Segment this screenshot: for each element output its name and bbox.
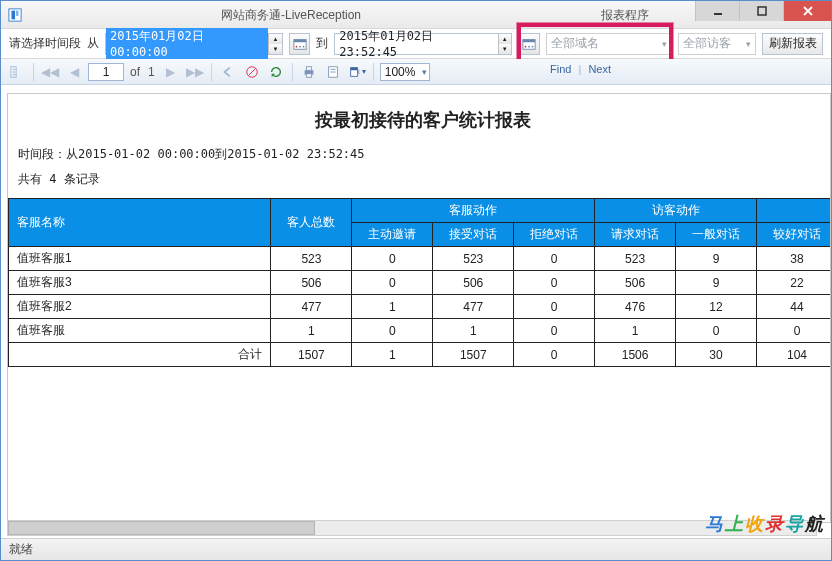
cell-invite: 0 bbox=[352, 271, 433, 295]
cell-good: 38 bbox=[757, 247, 832, 271]
refresh-icon[interactable] bbox=[266, 62, 286, 82]
visitor-select[interactable]: 全部访客 ▾ bbox=[678, 33, 756, 55]
cell-name: 值班客服1 bbox=[9, 247, 271, 271]
col-normal: 一般对话 bbox=[676, 223, 757, 247]
cell-request: 476 bbox=[595, 295, 676, 319]
titlebar: 网站商务通-LiveReception 报表程序 bbox=[1, 1, 831, 29]
col-request: 请求对话 bbox=[595, 223, 676, 247]
window-controls bbox=[695, 1, 831, 21]
chevron-down-icon: ▾ bbox=[662, 39, 667, 49]
cell-normal: 9 bbox=[676, 247, 757, 271]
date-from-value[interactable]: 2015年01月02日 00:00:00 bbox=[106, 28, 268, 59]
cell-good: 0 bbox=[757, 319, 832, 343]
next-page-button[interactable]: ▶ bbox=[161, 62, 181, 82]
app-icon bbox=[1, 1, 29, 29]
table-row: 值班客服2477147704761244 bbox=[9, 295, 832, 319]
page-setup-button[interactable] bbox=[323, 62, 343, 82]
back-button[interactable] bbox=[218, 62, 238, 82]
cell-good: 44 bbox=[757, 295, 832, 319]
find-link[interactable]: Find bbox=[550, 63, 571, 75]
export-button[interactable]: ▾ bbox=[347, 62, 367, 82]
cell-request: 1 bbox=[595, 319, 676, 343]
report-count: 共有 4 条记录 bbox=[8, 167, 831, 192]
report-page[interactable]: 按最初接待的客户统计报表 时间段：从2015-01-02 00:00:00到20… bbox=[7, 93, 831, 523]
date-to-field[interactable]: 2015年01月02日 23:52:45 ▲▼ bbox=[334, 33, 512, 55]
domain-select[interactable]: 全部域名 ▾ bbox=[546, 33, 673, 55]
scrollbar-thumb[interactable] bbox=[8, 521, 315, 535]
svg-line-22 bbox=[248, 68, 255, 75]
cell-invite: 0 bbox=[352, 319, 433, 343]
prev-page-button[interactable]: ◀ bbox=[64, 62, 84, 82]
calendar-to-button[interactable] bbox=[518, 33, 539, 55]
svg-rect-1 bbox=[12, 10, 16, 19]
stop-button[interactable] bbox=[242, 62, 262, 82]
first-page-button[interactable]: ◀◀ bbox=[40, 62, 60, 82]
svg-rect-13 bbox=[523, 39, 535, 42]
filter-bar: 请选择时间段 从 2015年01月02日 00:00:00 ▲▼ 到 2015年… bbox=[1, 29, 831, 59]
table-row: 值班客服350605060506922 bbox=[9, 271, 832, 295]
cell-accept: 506 bbox=[433, 271, 514, 295]
last-page-button[interactable]: ▶▶ bbox=[185, 62, 205, 82]
svg-point-14 bbox=[524, 45, 526, 47]
cell-normal: 0 bbox=[676, 319, 757, 343]
table-row: 值班客服1010100 bbox=[9, 319, 832, 343]
cell-good: 22 bbox=[757, 271, 832, 295]
cell-total: 523 bbox=[271, 247, 352, 271]
table-total-row: 合计1507115070150630104 bbox=[9, 343, 832, 367]
cell-reject: 0 bbox=[514, 247, 595, 271]
page-total: 1 bbox=[146, 65, 157, 79]
cell-name: 值班客服2 bbox=[9, 295, 271, 319]
minimize-button[interactable] bbox=[695, 1, 739, 21]
cell-total: 1 bbox=[271, 319, 352, 343]
date-from-spinner[interactable]: ▲▼ bbox=[268, 34, 282, 54]
svg-point-11 bbox=[302, 45, 304, 47]
cell-reject: 0 bbox=[514, 271, 595, 295]
page-number-input[interactable]: 1 bbox=[88, 63, 124, 81]
report-area: 按最初接待的客户统计报表 时间段：从2015-01-02 00:00:00到20… bbox=[1, 87, 831, 538]
svg-point-10 bbox=[299, 45, 301, 47]
horizontal-scrollbar[interactable] bbox=[7, 520, 817, 536]
viewer-toolbar: ◀◀ ◀ 1 of 1 ▶ ▶▶ ▾ 100% Find | Next bbox=[1, 59, 831, 85]
calendar-from-button[interactable] bbox=[289, 33, 310, 55]
cell-accept: 1 bbox=[433, 319, 514, 343]
docmap-icon[interactable] bbox=[7, 62, 27, 82]
cell-total: 1507 bbox=[271, 343, 352, 367]
print-button[interactable] bbox=[299, 62, 319, 82]
table-row: 值班客服152305230523938 bbox=[9, 247, 832, 271]
status-text: 就绪 bbox=[9, 541, 33, 558]
date-from-field[interactable]: 2015年01月02日 00:00:00 ▲▼ bbox=[105, 33, 283, 55]
to-label: 到 bbox=[316, 35, 328, 52]
cell-reject: 0 bbox=[514, 295, 595, 319]
domain-select-text: 全部域名 bbox=[551, 35, 599, 52]
col-accept: 接受对话 bbox=[433, 223, 514, 247]
svg-point-9 bbox=[295, 45, 297, 47]
group-visitor: 访客动作 bbox=[595, 199, 757, 223]
window-title-left: 网站商务通-LiveReception bbox=[221, 7, 481, 24]
col-reject: 拒绝对话 bbox=[514, 223, 595, 247]
refresh-report-button[interactable]: 刷新报表 bbox=[762, 33, 823, 55]
app-window: 网站商务通-LiveReception 报表程序 请选择时间段 从 2015年0… bbox=[0, 0, 832, 561]
svg-rect-2 bbox=[16, 10, 19, 15]
svg-rect-8 bbox=[293, 39, 305, 42]
date-to-spinner[interactable]: ▲▼ bbox=[498, 34, 512, 54]
cell-accept: 523 bbox=[433, 247, 514, 271]
zoom-select[interactable]: 100% bbox=[380, 63, 431, 81]
close-button[interactable] bbox=[783, 1, 831, 21]
svg-rect-24 bbox=[306, 66, 311, 70]
cell-request: 523 bbox=[595, 247, 676, 271]
maximize-button[interactable] bbox=[739, 1, 783, 21]
find-next-links: Find | Next bbox=[550, 63, 611, 75]
cell-request: 1506 bbox=[595, 343, 676, 367]
cell-name: 合计 bbox=[9, 343, 271, 367]
status-bar: 就绪 bbox=[1, 538, 831, 560]
col-name: 客服名称 bbox=[9, 199, 271, 247]
svg-rect-4 bbox=[758, 7, 766, 15]
next-link[interactable]: Next bbox=[588, 63, 611, 75]
date-to-value[interactable]: 2015年01月02日 23:52:45 bbox=[335, 28, 497, 59]
report-period: 时间段：从2015-01-02 00:00:00到2015-01-02 23:5… bbox=[8, 142, 831, 167]
svg-point-15 bbox=[528, 45, 530, 47]
page-of-label: of bbox=[128, 65, 142, 79]
cell-invite: 0 bbox=[352, 247, 433, 271]
group-blank bbox=[757, 199, 832, 223]
cell-accept: 477 bbox=[433, 295, 514, 319]
